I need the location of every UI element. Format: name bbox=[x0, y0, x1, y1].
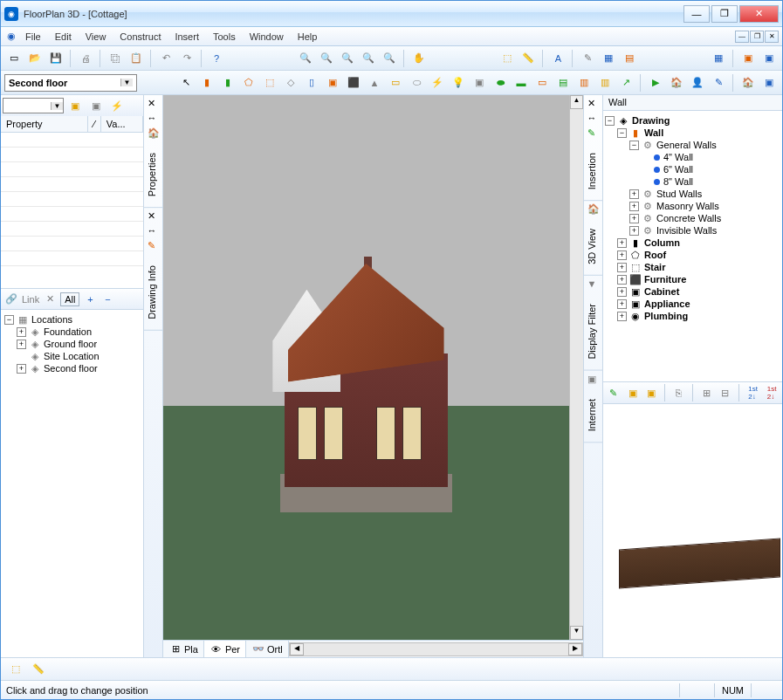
zoom-window-button[interactable]: 🔍 bbox=[338, 49, 357, 68]
select-tool[interactable]: ↖ bbox=[176, 73, 196, 93]
locations-root[interactable]: − ▦ Locations bbox=[4, 313, 140, 326]
screen-tool[interactable]: ▭ bbox=[532, 73, 552, 93]
horizontal-scrollbar[interactable]: ◀ ▶ bbox=[289, 642, 583, 656]
annotation-button[interactable]: A bbox=[548, 49, 567, 68]
mdi-minimize-button[interactable]: — bbox=[735, 31, 749, 43]
zoom-in-button[interactable]: 🔍 bbox=[296, 49, 315, 68]
menu-tools[interactable]: Tools bbox=[206, 29, 243, 45]
tree-concrete-walls[interactable]: +⚙Concrete Walls bbox=[605, 212, 780, 224]
layers-button[interactable]: ▤ bbox=[620, 49, 639, 68]
scroll-down-icon[interactable]: ▼ bbox=[570, 626, 583, 640]
path-tool[interactable]: ↗ bbox=[616, 73, 635, 93]
tab-3d-view[interactable]: 3D View bbox=[584, 218, 602, 276]
table-button[interactable]: ▦ bbox=[599, 49, 618, 68]
tab-insertion[interactable]: Insertion bbox=[584, 142, 602, 201]
window-tool[interactable]: ▣ bbox=[323, 73, 342, 93]
plumbing-tool[interactable]: ⬭ bbox=[407, 73, 426, 93]
maximize-button[interactable]: ❐ bbox=[711, 5, 738, 23]
menu-file[interactable]: File bbox=[18, 29, 48, 45]
expand-icon[interactable]: + bbox=[617, 238, 627, 248]
collapse-icon[interactable]: − bbox=[629, 141, 639, 150]
roof-tool[interactable]: ⬠ bbox=[239, 73, 258, 93]
tree-masonry-walls[interactable]: +⚙Masonry Walls bbox=[605, 200, 780, 212]
bottom-btn-1[interactable]: ⬚ bbox=[6, 660, 25, 679]
print-button[interactable]: 🖨 bbox=[76, 49, 95, 68]
preview-btn-7[interactable]: 1st2↓ bbox=[745, 383, 762, 402]
expand-icon[interactable]: + bbox=[17, 327, 26, 337]
new-button[interactable]: ▭ bbox=[4, 49, 24, 68]
delete-icon[interactable]: ✕ bbox=[43, 292, 57, 306]
house-view-button[interactable]: 🏠 bbox=[667, 73, 686, 93]
menu-view[interactable]: View bbox=[79, 29, 113, 45]
insertion-tab-icon[interactable]: ✎ bbox=[587, 127, 600, 140]
close-panel-icon[interactable]: ✕ bbox=[148, 210, 160, 223]
menu-insert[interactable]: Insert bbox=[168, 29, 206, 45]
expand-icon[interactable]: + bbox=[17, 364, 26, 374]
property-btn-1[interactable]: ▣ bbox=[65, 96, 85, 115]
property-grid[interactable] bbox=[1, 133, 143, 288]
stair-tool[interactable]: ⬚ bbox=[260, 73, 279, 93]
preview-btn-5[interactable]: ⊞ bbox=[697, 383, 715, 402]
column-tool[interactable]: ▮ bbox=[218, 73, 237, 93]
value-col-header[interactable]: Va... bbox=[101, 116, 143, 132]
expand-horiz-icon[interactable]: ↔ bbox=[587, 113, 600, 125]
open-button[interactable]: 📂 bbox=[25, 49, 45, 68]
wall-tree[interactable]: − ◈ Drawing − ▮ Wall − ⚙ General Walls 4… bbox=[603, 111, 782, 381]
tree-roof[interactable]: +⬠Roof bbox=[605, 249, 780, 261]
3d-viewport[interactable] bbox=[163, 95, 569, 640]
minimize-button[interactable]: — bbox=[683, 5, 710, 23]
property-filter-dropdown[interactable]: ▼ bbox=[3, 98, 64, 113]
app-menu-icon[interactable]: ◉ bbox=[4, 30, 18, 44]
electrical-tool[interactable]: ⚡ bbox=[428, 73, 447, 93]
collapse-icon[interactable]: − bbox=[605, 116, 615, 126]
all-button[interactable]: All bbox=[60, 292, 79, 306]
locations-tree[interactable]: − ▦ Locations + ◈ Foundation + ◈ Ground … bbox=[1, 310, 143, 657]
add-location-icon[interactable]: + bbox=[83, 292, 97, 306]
menu-construct[interactable]: Construct bbox=[113, 29, 168, 45]
expand-icon[interactable]: + bbox=[617, 312, 627, 321]
fence-tool[interactable]: ▥ bbox=[574, 73, 594, 93]
save-button[interactable]: 💾 bbox=[46, 49, 65, 68]
tree-plumbing[interactable]: +◉Plumbing bbox=[605, 310, 780, 322]
tab-drawing-info[interactable]: Drawing Info bbox=[144, 255, 162, 331]
collapse-icon[interactable]: − bbox=[617, 128, 627, 138]
location-site[interactable]: ◈ Site Location bbox=[4, 350, 140, 362]
render-button[interactable]: ▶ bbox=[646, 73, 665, 93]
expand-horiz-icon[interactable]: ↔ bbox=[148, 113, 160, 125]
tab-ortho[interactable]: 👓Ortl bbox=[246, 641, 289, 658]
tree-wall-4[interactable]: 4" Wall bbox=[605, 151, 780, 163]
appliance-tool[interactable]: ▲ bbox=[365, 73, 384, 93]
settings-button[interactable]: ▣ bbox=[759, 73, 779, 93]
filter-tab-icon[interactable]: ▼ bbox=[587, 278, 600, 291]
tab-properties[interactable]: Properties bbox=[144, 142, 162, 208]
edit-tool-button[interactable]: ✎ bbox=[578, 49, 597, 68]
paste-button[interactable]: 📋 bbox=[127, 49, 146, 68]
grid-button[interactable]: ▦ bbox=[709, 49, 728, 68]
zoom-out-button[interactable]: 🔍 bbox=[317, 49, 336, 68]
zoom-selection-button[interactable]: 🔍 bbox=[380, 49, 399, 68]
scroll-left-icon[interactable]: ◀ bbox=[290, 643, 304, 655]
expand-icon[interactable]: + bbox=[617, 299, 627, 309]
tree-invisible-walls[interactable]: +⚙Invisible Walls bbox=[605, 224, 780, 237]
location-second-floor[interactable]: + ◈ Second floor bbox=[4, 362, 140, 374]
preview-btn-6[interactable]: ⊟ bbox=[717, 383, 734, 402]
vertical-scrollbar[interactable]: ▲ ▼ bbox=[569, 95, 583, 640]
location-foundation[interactable]: + ◈ Foundation bbox=[4, 326, 140, 338]
lighting-tool[interactable]: 💡 bbox=[449, 73, 468, 93]
preview-btn-4[interactable]: ⎘ bbox=[670, 383, 688, 402]
3d-toggle-button[interactable]: ⬚ bbox=[498, 49, 517, 68]
expand-icon[interactable]: + bbox=[629, 226, 639, 236]
3d-view-tab-icon[interactable]: 🏠 bbox=[587, 203, 600, 216]
scroll-up-icon[interactable]: ▲ bbox=[570, 95, 583, 109]
close-button[interactable]: ✕ bbox=[739, 5, 779, 23]
tab-display-filter[interactable]: Display Filter bbox=[584, 293, 602, 371]
mdi-close-button[interactable]: ✕ bbox=[765, 31, 779, 43]
pan-button[interactable]: ✋ bbox=[409, 49, 429, 68]
drawing-info-tab-icon[interactable]: ✎ bbox=[148, 240, 160, 252]
collapse-icon[interactable]: − bbox=[4, 315, 14, 325]
expand-icon[interactable]: + bbox=[617, 275, 627, 285]
catalog-button[interactable]: ▣ bbox=[759, 49, 779, 68]
edit-mode-button[interactable]: ✎ bbox=[709, 73, 728, 93]
scroll-right-icon[interactable]: ▶ bbox=[568, 643, 582, 655]
walkthrough-button[interactable]: 👤 bbox=[688, 73, 707, 93]
